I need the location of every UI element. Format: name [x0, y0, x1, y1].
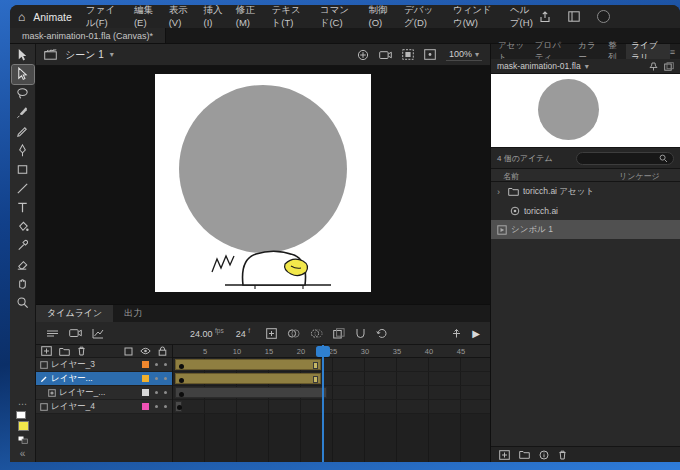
layer-row-4[interactable]: レイヤー_4	[36, 400, 172, 414]
layer-lock-toggle[interactable]	[164, 363, 167, 366]
layer-row-3[interactable]: レイヤー_3	[36, 358, 172, 372]
menu-help[interactable]: ヘルプ(H)	[510, 5, 539, 30]
tab-color[interactable]: カラー	[573, 44, 603, 59]
layer-outline-color[interactable]	[142, 403, 149, 410]
layer-row-selected[interactable]: レイヤー...	[36, 372, 172, 386]
scene-caret-icon[interactable]: ▾	[110, 50, 114, 59]
menu-insert[interactable]: 挿入(I)	[203, 5, 222, 30]
frames-layer-4[interactable]	[173, 400, 490, 414]
tab-library[interactable]: ライブラリ	[626, 44, 669, 59]
frames-layer-selected[interactable]	[173, 372, 490, 386]
stroke-color-chip[interactable]	[16, 411, 26, 419]
layer-lock-toggle[interactable]	[164, 391, 167, 394]
library-search[interactable]	[576, 152, 674, 165]
new-folder-icon[interactable]	[519, 450, 530, 459]
new-layer-icon[interactable]	[41, 346, 52, 356]
menu-modify[interactable]: 修正(M)	[236, 5, 259, 30]
frame-rate-display[interactable]: 24 f	[236, 327, 250, 339]
camera-icon[interactable]	[379, 50, 392, 60]
layer-visibility-toggle[interactable]	[155, 363, 158, 366]
tab-timeline[interactable]: タイムライン	[36, 305, 113, 322]
frames-area[interactable]: 5 10 15 20 25 30 35 40 45	[173, 345, 490, 462]
menu-file[interactable]: ファイル(F)	[86, 5, 121, 30]
text-tool[interactable]	[12, 198, 34, 217]
new-symbol-icon[interactable]	[499, 450, 510, 460]
menu-control[interactable]: 制御(O)	[369, 5, 392, 30]
tab-assets[interactable]: アセット	[493, 44, 530, 59]
default-colors-icon[interactable]	[18, 436, 28, 444]
onion-skin-outline-icon[interactable]	[310, 328, 323, 339]
disclosure-icon[interactable]: ›	[497, 187, 504, 197]
library-column-headers[interactable]: 名前 リンケージ	[491, 168, 680, 182]
eraser-tool[interactable]	[12, 255, 34, 274]
rectangle-tool[interactable]	[12, 160, 34, 179]
frames-layer-3[interactable]	[173, 358, 490, 372]
new-folder-icon[interactable]	[59, 347, 70, 356]
layer-outline-color[interactable]	[142, 389, 149, 396]
library-item-symbol[interactable]: シンボル 1	[491, 220, 680, 239]
clip-content-icon[interactable]	[402, 49, 414, 60]
artboard[interactable]	[155, 74, 371, 292]
layer-lock-toggle[interactable]	[164, 405, 167, 408]
play-button[interactable]: ▶	[472, 328, 480, 339]
layer-visibility-toggle[interactable]	[155, 405, 158, 408]
layer-lock-toggle[interactable]	[164, 377, 167, 380]
workspace-icon[interactable]	[568, 11, 580, 22]
tool-options-dots-icon[interactable]: ⋯	[18, 400, 27, 408]
onion-skin-icon[interactable]	[287, 328, 300, 339]
zoom-tool[interactable]	[12, 293, 34, 312]
layer-visibility-toggle[interactable]	[155, 391, 158, 394]
panel-menu-icon[interactable]: ≡	[670, 47, 675, 57]
layer-outline-color[interactable]	[142, 375, 149, 382]
line-tool[interactable]	[12, 179, 34, 198]
zoom-control[interactable]: 100% ▾	[446, 48, 482, 61]
hand-tool[interactable]	[12, 274, 34, 293]
tab-output[interactable]: 出力	[113, 305, 153, 322]
menu-view[interactable]: 表示(V)	[169, 5, 191, 30]
new-library-panel-icon[interactable]	[664, 62, 674, 71]
tab-properties[interactable]: プロパティ	[530, 44, 573, 59]
lock-column-icon[interactable]	[158, 346, 167, 356]
edit-multiple-frames-icon[interactable]	[333, 328, 345, 339]
document-tab[interactable]: mask-animation-01.fla (Canvas)*	[10, 28, 166, 43]
layer-row-masked[interactable]: レイヤー_...	[36, 386, 172, 400]
layer-outline-color[interactable]	[142, 361, 149, 368]
lasso-tool[interactable]	[12, 84, 34, 103]
outline-column-icon[interactable]	[124, 347, 133, 356]
edit-symbols-icon[interactable]	[357, 49, 369, 61]
center-playhead-icon[interactable]	[451, 328, 462, 339]
item-properties-icon[interactable]	[539, 450, 549, 460]
playhead-line[interactable]	[322, 345, 324, 462]
stage[interactable]	[36, 66, 490, 304]
frame-ruler[interactable]: 5 10 15 20 25 30 35 40 45	[173, 345, 490, 358]
library-item-folder[interactable]: › toricch.ai アセット	[491, 182, 680, 201]
center-stage-icon[interactable]	[424, 49, 436, 60]
delete-item-icon[interactable]	[558, 450, 567, 460]
loop-icon[interactable]	[376, 328, 388, 339]
brush-tool[interactable]	[12, 103, 34, 122]
tween-span[interactable]	[175, 373, 321, 384]
subselection-tool[interactable]	[12, 65, 34, 84]
fps-display[interactable]: 24.00 fps	[190, 327, 224, 339]
insert-frame-icon[interactable]	[266, 328, 277, 339]
paint-bucket-tool[interactable]	[12, 217, 34, 236]
frames-empty-area[interactable]	[173, 414, 490, 462]
tween-span[interactable]	[175, 359, 321, 370]
column-linkage[interactable]: リンケージ	[619, 171, 660, 182]
layer-depth-icon[interactable]	[92, 328, 104, 339]
tab-align[interactable]: 整列	[603, 44, 626, 59]
delete-layer-icon[interactable]	[77, 346, 86, 356]
layer-stack-icon[interactable]	[46, 328, 59, 339]
home-icon[interactable]: ⌂	[18, 10, 25, 24]
collapse-toolbar-icon[interactable]: «	[20, 448, 26, 459]
menu-text[interactable]: テキスト(T)	[272, 5, 307, 30]
column-name[interactable]: 名前	[503, 171, 519, 182]
library-item-graphic[interactable]: toricch.ai	[491, 201, 680, 220]
library-search-input[interactable]	[582, 154, 659, 163]
user-avatar[interactable]	[597, 10, 610, 23]
menu-edit[interactable]: 編集(E)	[134, 5, 156, 30]
eyedropper-tool[interactable]	[12, 236, 34, 255]
snap-icon[interactable]	[355, 328, 366, 339]
library-document-name[interactable]: mask-animation-01.fla	[497, 61, 581, 71]
frame-span[interactable]	[175, 387, 327, 398]
